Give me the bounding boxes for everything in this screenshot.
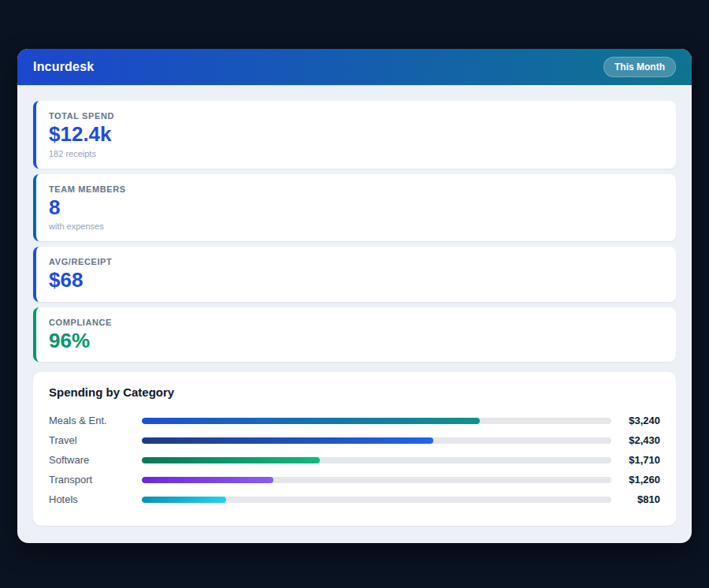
category-row-software: Software $1,710 [49, 450, 660, 470]
stat-value: $12.4k [49, 123, 663, 146]
category-row-travel: Travel $2,430 [49, 430, 660, 450]
category-row-hotels: Hotels $810 [49, 489, 660, 509]
app-title: Incurdesk [33, 60, 94, 74]
category-label: Transport [49, 474, 142, 486]
stat-subtext: with expenses [49, 221, 663, 231]
bar-track [142, 418, 611, 424]
section-title: Spending by Category [49, 385, 660, 399]
dashboard-content: TOTAL SPEND $12.4k 182 receipts TEAM MEM… [17, 85, 692, 543]
bar-track [142, 497, 611, 503]
app-window: Incurdesk This Month TOTAL SPEND $12.4k … [17, 49, 692, 543]
bar-fill-meals [142, 418, 480, 424]
category-row-meals: Meals & Ent. $3,240 [49, 411, 660, 430]
stat-label: TEAM MEMBERS [49, 184, 663, 194]
bar-fill-transport [142, 477, 273, 483]
category-label: Meals & Ent. [49, 415, 142, 426]
category-row-transport: Transport $1,260 [49, 470, 660, 489]
stat-card-compliance: COMPLIANCE 96% [33, 307, 676, 363]
category-value: $3,240 [611, 415, 660, 426]
stat-value: $68 [49, 269, 663, 292]
stat-label: AVG/RECEIPT [49, 257, 663, 266]
spending-by-category-card: Spending by Category Meals & Ent. $3,240… [33, 372, 676, 526]
bar-fill-hotels [142, 497, 226, 503]
category-value: $1,710 [611, 454, 660, 466]
category-label: Software [49, 454, 142, 466]
bar-fill-travel [142, 437, 433, 444]
stat-card-total-spend: TOTAL SPEND $12.4k 182 receipts [33, 101, 676, 169]
category-value: $1,260 [611, 474, 660, 486]
category-value: $2,430 [611, 434, 660, 446]
stat-value: 96% [49, 329, 663, 352]
period-badge[interactable]: This Month [603, 57, 676, 77]
bar-track [142, 437, 611, 444]
stat-label: TOTAL SPEND [49, 111, 663, 121]
category-label: Hotels [49, 493, 142, 505]
stat-card-team-members: TEAM MEMBERS 8 with expenses [33, 174, 676, 242]
stat-value: 8 [49, 196, 663, 219]
bar-fill-software [142, 457, 320, 463]
category-value: $810 [611, 493, 660, 505]
category-label: Travel [49, 434, 142, 446]
stat-subtext: 182 receipts [49, 149, 663, 158]
bar-track [142, 477, 611, 483]
stat-card-avg-receipt: AVG/RECEIPT $68 [33, 247, 676, 302]
bar-track [142, 457, 611, 463]
stat-label: COMPLIANCE [49, 318, 663, 327]
app-header: Incurdesk This Month [17, 49, 692, 85]
